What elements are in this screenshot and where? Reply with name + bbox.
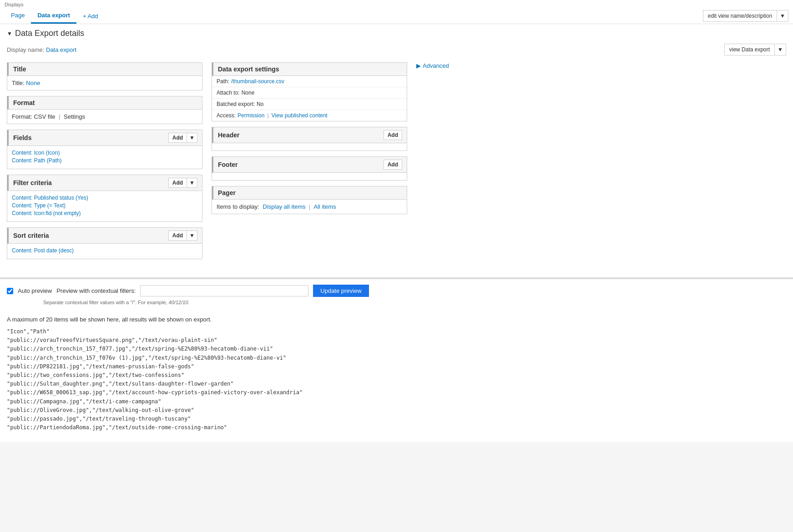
access-row: Access: Permission | View published cont… (212, 110, 407, 121)
view-data-export-arrow[interactable]: ▼ (774, 44, 786, 55)
breadcrumb: Displays (5, 0, 788, 8)
format-panel: Format Format: CSV file | Settings (7, 96, 202, 124)
data-line: "public://DP822181.jpg","/text/names-pru… (7, 362, 786, 371)
filter-item-0[interactable]: Content: Published status (Yes) (12, 195, 197, 201)
data-line: "public://arch_tronchin_157_f076v (1).jp… (7, 354, 786, 362)
footer-panel-header: Footer Add (212, 157, 407, 173)
tab-data-export[interactable]: Data export (31, 8, 76, 24)
tab-add[interactable]: + Add (76, 9, 105, 23)
filter-panel-body: Content: Published status (Yes) Content:… (7, 191, 202, 221)
tab-page[interactable]: Page (5, 8, 31, 24)
items-to-display-label: Items to display: (217, 203, 259, 210)
right-column: ▶ Advanced (416, 62, 786, 265)
preview-notice: A maximum of 20 items will be shown here… (7, 316, 786, 323)
title-panel-label: Title (13, 65, 26, 73)
sort-item-0[interactable]: Content: Post date (desc) (12, 247, 197, 254)
path-value[interactable]: /thumbnail-source.csv (231, 78, 284, 85)
update-preview-button[interactable]: Update preview (313, 285, 369, 297)
sort-add-btn[interactable]: Add ▼ (168, 231, 197, 241)
fields-item-0[interactable]: Content: Icon (Icon) (12, 150, 197, 156)
data-line: "public://PartiendodaRoma.jpg","/text/ou… (7, 423, 786, 432)
sort-add-label[interactable]: Add (169, 231, 187, 240)
header-add-btn[interactable]: Add (384, 130, 402, 140)
display-name-value[interactable]: Data export (46, 46, 76, 53)
data-output: "Icon","Path""public://vorauTreeofVirtue… (7, 327, 786, 432)
edit-view-btn[interactable]: edit view name/description ▼ (703, 10, 788, 22)
batched-value: No (257, 101, 263, 107)
fields-add-arrow[interactable]: ▼ (187, 133, 197, 142)
display-all-link[interactable]: Display all items (263, 203, 306, 210)
header-panel-body (212, 143, 407, 151)
auto-preview-label: Auto preview (18, 287, 52, 294)
csv-file-link[interactable]: CSV file (34, 113, 55, 120)
contextual-filter-input[interactable] (140, 285, 308, 296)
filter-panel: Filter criteria Add ▼ Content: Published… (7, 175, 202, 222)
filter-add-label[interactable]: Add (169, 178, 187, 187)
pager-panel: Pager Items to display: Display all item… (212, 186, 407, 214)
title-panel-body: Title: None (7, 76, 202, 90)
export-settings-header: Data export settings (212, 63, 407, 76)
view-data-export-btn[interactable]: view Data export ▼ (724, 44, 786, 55)
display-name-row: Display name: Data export view Data expo… (7, 44, 786, 55)
fields-item-1[interactable]: Content: Path (Path) (12, 157, 197, 164)
path-row: Path: /thumbnail-source.csv (212, 76, 407, 87)
fields-panel-label: Fields (13, 134, 31, 141)
sort-add-arrow[interactable]: ▼ (187, 231, 197, 240)
attach-value: None (242, 90, 255, 96)
published-link[interactable]: View published content (272, 112, 328, 119)
pager-sep: | (309, 203, 310, 210)
pager-panel-label: Pager (218, 189, 236, 196)
footer-panel: Footer Add (212, 156, 407, 181)
data-line: "public://Sultan_daughter.png","/text/su… (7, 380, 786, 388)
footer-panel-body (212, 173, 407, 180)
advanced-link[interactable]: ▶ Advanced (416, 62, 786, 69)
batched-row: Batched export: No (212, 99, 407, 110)
fields-add-btn[interactable]: Add ▼ (168, 133, 197, 143)
section-arrow-icon: ▼ (7, 30, 12, 37)
permission-link[interactable]: Permission (237, 112, 264, 119)
data-line: "Icon","Path" (7, 327, 786, 336)
header-panel-label: Header (218, 131, 239, 139)
fields-add-label[interactable]: Add (169, 133, 187, 142)
export-settings-label: Data export settings (218, 65, 279, 73)
data-line: "public://arch_tronchin_157_f077.jpg","/… (7, 345, 786, 353)
edit-view-arrow[interactable]: ▼ (777, 10, 788, 21)
filter-item-1[interactable]: Content: Type (= Text) (12, 202, 197, 209)
auto-preview-checkbox[interactable] (7, 288, 13, 294)
data-line: "public://Campagna.jpg","/text/i-came-ca… (7, 397, 786, 406)
view-data-export-label[interactable]: view Data export (725, 44, 774, 55)
all-items-link[interactable]: All items (313, 203, 336, 210)
tab-actions: edit view name/description ▼ (703, 10, 788, 22)
fields-panel-header: Fields Add ▼ (7, 130, 202, 146)
preview-section: Auto preview Preview with contextual fil… (0, 279, 793, 442)
fields-panel-body: Content: Icon (Icon) Content: Path (Path… (7, 146, 202, 169)
filter-add-arrow[interactable]: ▼ (187, 178, 197, 187)
footer-add-label[interactable]: Add (384, 160, 402, 169)
sort-panel-label: Sort criteria (13, 232, 49, 239)
section-title-text: Data Export details (15, 29, 84, 38)
batched-label: Batched export: (217, 101, 255, 107)
three-col-layout: Title Title: None Format Format: CSV fil… (7, 62, 786, 265)
filter-item-2[interactable]: Content: Icon:fid (not empty) (12, 210, 197, 216)
section-title[interactable]: ▼ Data Export details (7, 29, 786, 38)
middle-column: Data export settings Path: /thumbnail-so… (212, 62, 407, 265)
filter-add-btn[interactable]: Add ▼ (168, 178, 197, 188)
export-settings-panel: Data export settings Path: /thumbnail-so… (212, 62, 407, 121)
display-name-group: Display name: Data export (7, 46, 76, 53)
footer-add-btn[interactable]: Add (384, 160, 402, 170)
filter-panel-label: Filter criteria (13, 179, 52, 186)
sort-panel: Sort criteria Add ▼ Content: Post date (… (7, 227, 202, 259)
settings-link[interactable]: Settings (64, 113, 85, 120)
left-column: Title Title: None Format Format: CSV fil… (7, 62, 202, 265)
format-panel-header: Format (7, 96, 202, 110)
format-panel-body: Format: CSV file | Settings (7, 110, 202, 124)
header-panel: Header Add (212, 127, 407, 151)
format-label: Format: (12, 113, 32, 120)
preview-controls: Auto preview Preview with contextual fil… (7, 285, 786, 297)
filter-panel-header: Filter criteria Add ▼ (7, 175, 202, 191)
data-line: "public://two_confessions.jpg","/text/tw… (7, 371, 786, 380)
title-panel: Title Title: None (7, 62, 202, 90)
edit-view-label[interactable]: edit view name/description (703, 10, 777, 21)
header-add-label[interactable]: Add (384, 130, 402, 140)
preview-hint-example: 40/12/10. (169, 300, 190, 305)
